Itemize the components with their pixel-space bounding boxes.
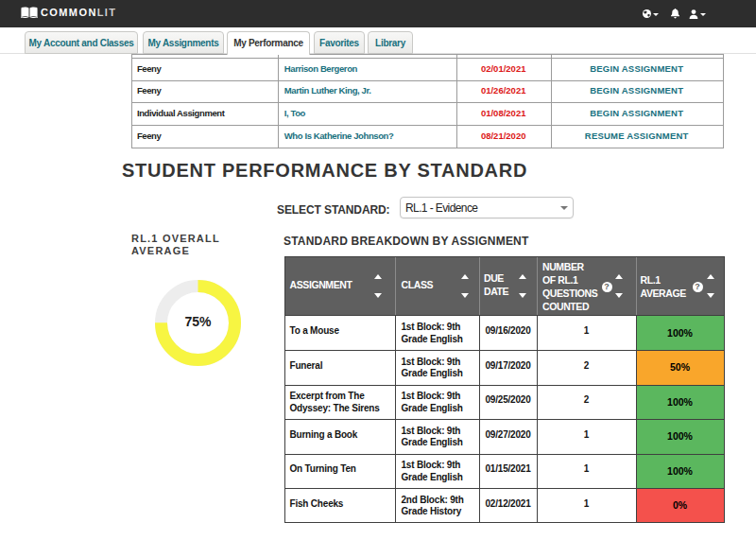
svg-text:75%: 75% (184, 314, 212, 329)
